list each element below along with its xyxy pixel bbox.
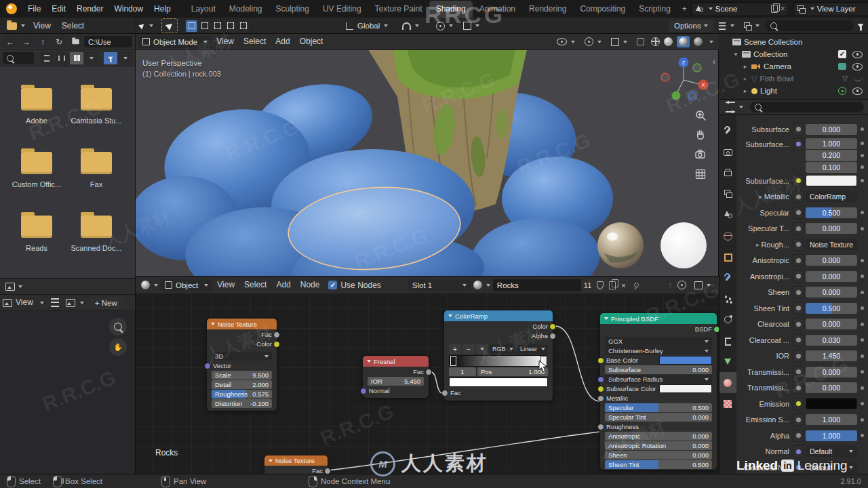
node-header[interactable]: Noise Texture (264, 455, 328, 466)
value-slider[interactable]: 1.000 (806, 430, 857, 441)
path-field[interactable]: C:\Use (84, 36, 132, 47)
input-socket[interactable] (597, 395, 604, 402)
node-header[interactable]: Principled BSDF (600, 313, 717, 324)
add-workspace-button[interactable]: + (677, 1, 692, 17)
input-socket[interactable] (597, 376, 604, 383)
menu-file[interactable]: File (22, 0, 46, 18)
editor-type-button[interactable] (138, 279, 161, 291)
vp-menu-select[interactable]: Select (239, 34, 271, 49)
dropdown-field[interactable]: Default (806, 462, 857, 473)
properties-tab-material[interactable] (719, 372, 736, 393)
input-socket[interactable] (597, 357, 604, 364)
output-socket[interactable] (713, 326, 719, 333)
output-socket[interactable] (324, 468, 331, 474)
socket-button[interactable] (793, 318, 804, 330)
socket-button[interactable] (793, 366, 804, 378)
output-socket[interactable] (549, 333, 556, 340)
outliner-item-scene-collection[interactable]: Scene Collection (719, 36, 868, 48)
select-mode-extra[interactable] (237, 20, 249, 32)
keyframe-dot[interactable] (861, 179, 864, 182)
node-colorramp[interactable]: ColorRamp ColorAlpha + − RGB Linear (444, 310, 553, 401)
eye-icon[interactable] (852, 87, 863, 95)
filter-icon[interactable] (858, 24, 864, 27)
input-socket[interactable] (597, 424, 604, 430)
snap-toggle[interactable] (399, 20, 422, 32)
hdri-preview-sphere[interactable] (597, 222, 644, 268)
value-slider[interactable]: 1.450 (806, 350, 857, 361)
properties-tab-texture[interactable] (719, 393, 736, 414)
disclosure-icon[interactable]: ▸ (742, 75, 749, 82)
select-mode-tweak[interactable] (186, 20, 197, 32)
tab-compositing[interactable]: Compositing (573, 1, 632, 18)
properties-search-input[interactable] (750, 102, 864, 113)
select-mode-box[interactable] (199, 20, 210, 32)
dropdown-field[interactable]: Default (806, 446, 857, 457)
value-slider[interactable]: 1.000 (806, 414, 857, 425)
value-slider[interactable]: 0.000 (806, 223, 857, 234)
menu-window[interactable]: Window (108, 0, 149, 18)
display-settings-dropdown[interactable] (85, 52, 98, 64)
menu-edit[interactable]: Edit (46, 0, 71, 18)
new-scene-icon[interactable] (771, 5, 778, 13)
menu-help[interactable]: Help (149, 0, 176, 18)
view-layer-selector[interactable]: View Layer × (793, 3, 868, 16)
output-socket[interactable] (425, 369, 432, 375)
properties-tab-object-data[interactable] (719, 351, 736, 372)
value-slider[interactable]: 0.000 (806, 382, 857, 393)
value-slider[interactable]: 0.000 (806, 319, 857, 329)
socket-button[interactable] (793, 462, 804, 474)
keyframe-dot[interactable] (861, 154, 864, 157)
value-slider[interactable]: 0.030 (806, 335, 857, 346)
forward-button[interactable]: → (19, 35, 34, 48)
stop-position-slider[interactable]: Pos 1.000 (477, 367, 548, 376)
socket-button[interactable] (793, 190, 804, 203)
properties-tab-render[interactable] (719, 141, 736, 162)
vp-menu-object[interactable]: Object (295, 34, 328, 49)
tab-animation[interactable]: Animation (473, 1, 522, 18)
outliner-item-camera[interactable]: ▸Camera (719, 60, 868, 73)
keyframe-dot[interactable] (861, 323, 864, 326)
keyframe-dot[interactable] (861, 274, 864, 278)
parent-node-tree-icon[interactable]: ↑ (668, 281, 672, 290)
new-image-button[interactable]: + New (90, 297, 123, 309)
shading-wireframe-button[interactable] (651, 37, 660, 46)
filter-settings-dropdown[interactable] (119, 52, 132, 64)
input-socket[interactable] (360, 388, 367, 394)
shading-rendered-button[interactable] (694, 37, 703, 46)
active-tool-dropdown[interactable] (136, 20, 156, 32)
properties-tab-object[interactable] (719, 246, 736, 267)
properties-type-button[interactable] (723, 101, 746, 113)
close-icon[interactable]: × (781, 5, 785, 12)
value-slider[interactable]: 0.500 (806, 207, 857, 218)
node-snapping-dropdown[interactable] (692, 279, 713, 291)
outliner-search-input[interactable] (766, 20, 854, 31)
sidebar-toggle-arrow[interactable]: ‹ (713, 57, 715, 66)
search-input[interactable] (3, 52, 34, 64)
vp-menu-view[interactable]: View (212, 34, 239, 49)
eye-icon[interactable] (852, 63, 863, 70)
remove-stop-button[interactable]: − (462, 344, 475, 354)
outliner-item-light[interactable]: ▸Light (719, 85, 868, 97)
outliner-filter-id[interactable] (741, 20, 762, 32)
socket-button[interactable] (793, 286, 804, 298)
editor-type-button[interactable] (3, 281, 25, 293)
ramp-options-dropdown[interactable] (476, 344, 488, 354)
disclosure-icon[interactable]: ▸ (742, 63, 749, 70)
tab-texture-paint[interactable]: Texture Paint (368, 1, 429, 18)
output-socket[interactable] (273, 341, 280, 348)
keyframe-dot[interactable] (861, 291, 864, 294)
menu-render[interactable]: Render (71, 0, 108, 18)
unlink-material-button[interactable]: × (618, 279, 628, 291)
create-folder-button[interactable] (68, 35, 83, 48)
socket-button[interactable] (793, 413, 804, 426)
select-mode-circle[interactable] (212, 20, 223, 32)
ramp-stop-left[interactable] (450, 356, 456, 366)
keyframe-dot[interactable] (861, 227, 864, 230)
slot-dropdown[interactable]: Slot 1 (408, 279, 471, 291)
snap-target-dropdown[interactable] (460, 20, 482, 32)
properties-tab-particles[interactable] (719, 288, 736, 309)
socket-button[interactable] (793, 254, 804, 266)
keyframe-dot[interactable] (861, 418, 864, 422)
socket-button[interactable] (793, 398, 804, 410)
keyframe-dot[interactable] (861, 402, 864, 405)
